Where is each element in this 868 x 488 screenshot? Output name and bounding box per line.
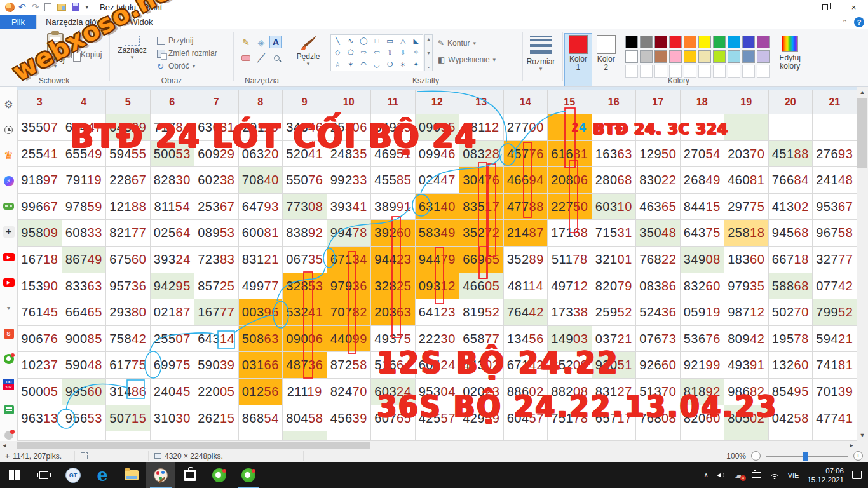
palette-swatch[interactable] — [669, 50, 682, 63]
palette-swatch[interactable] — [625, 36, 638, 48]
palette-swatch-empty[interactable] — [742, 65, 755, 78]
pencil-tool-icon[interactable]: ✎ — [239, 36, 253, 50]
zoom-in-button[interactable]: + — [853, 451, 863, 461]
palette-swatch[interactable] — [757, 36, 770, 48]
redo-icon[interactable]: ↷ — [32, 3, 39, 11]
shape-icon[interactable]: ✶ — [348, 61, 353, 68]
palette-swatch[interactable] — [654, 50, 667, 63]
fill-bucket-tool-icon[interactable]: ◈ — [254, 36, 268, 50]
shape-icon[interactable]: ╲ — [336, 37, 340, 44]
tiki-icon[interactable]: TIKI5.12 — [3, 378, 15, 390]
palette-swatch-empty[interactable] — [757, 65, 770, 78]
shape-icon[interactable]: ⇩ — [400, 49, 406, 56]
tab-file[interactable]: Plik — [0, 15, 36, 29]
shape-icon[interactable]: ⬠ — [348, 49, 354, 56]
taskbar-edge-icon[interactable]: e — [88, 462, 117, 488]
zoom-slider[interactable] — [766, 456, 848, 457]
palette-swatch[interactable] — [625, 50, 638, 63]
shape-icon[interactable]: ◠ — [361, 61, 367, 68]
zoom-out-button[interactable]: − — [751, 451, 761, 461]
palette-swatch[interactable] — [640, 36, 653, 48]
onedrive-error-icon[interactable]: ☁ — [734, 470, 743, 480]
taskbar-coccoc-icon[interactable] — [205, 462, 234, 488]
eraser-tool-icon[interactable] — [239, 51, 253, 65]
undo-icon[interactable]: ↶ — [18, 3, 26, 11]
select-button[interactable]: Zaznacz ▾ — [114, 36, 151, 60]
taskbar-start-icon[interactable] — [0, 462, 29, 488]
shape-icon[interactable]: ∿ — [348, 37, 353, 44]
magnifier-tool-icon[interactable] — [269, 51, 283, 65]
brushes-button[interactable]: Pędzle ▾ — [292, 33, 325, 66]
scroll-down-icon[interactable]: ▼ — [857, 430, 868, 441]
tray-clock[interactable]: 07:06 15.12.2021 — [807, 466, 844, 484]
palette-swatch[interactable] — [742, 36, 755, 48]
vertical-scrollbar[interactable]: ▲ ▼ — [857, 87, 868, 441]
new-file-icon[interactable] — [44, 3, 51, 11]
palette-swatch[interactable] — [713, 36, 726, 48]
palette-swatch[interactable] — [684, 50, 696, 63]
shape-icon[interactable]: ✧ — [413, 49, 419, 56]
gamepad-icon[interactable] — [3, 200, 15, 212]
rotate-button[interactable]: ↻Obróć▾ — [157, 60, 217, 72]
store-icon[interactable] — [3, 403, 15, 416]
history-clock-icon[interactable] — [3, 124, 15, 136]
taskbar-coccoc-2-icon[interactable] — [234, 462, 263, 488]
paint-app-icon[interactable] — [5, 3, 15, 12]
action-center-icon[interactable] — [852, 471, 862, 479]
scroll-right-icon[interactable]: ▸ — [847, 441, 856, 450]
shape-icon[interactable]: ◯ — [360, 37, 367, 44]
shapes-scrollbar[interactable]: ▴▾⌄ — [424, 34, 433, 71]
shape-icon[interactable]: ⇦ — [374, 49, 379, 56]
crop-button[interactable]: Przytnij — [157, 34, 217, 47]
vertical-scroll-thumb[interactable] — [857, 98, 867, 168]
palette-swatch[interactable] — [698, 50, 711, 63]
color-picker-tool-icon[interactable]: ╱ — [253, 50, 269, 66]
zoom-slider-thumb[interactable] — [803, 452, 808, 461]
palette-swatch-empty[interactable] — [698, 65, 711, 78]
shape-icon[interactable]: ⇧ — [387, 49, 393, 56]
shape-icon[interactable]: ◇ — [335, 49, 340, 56]
taskbar-task-view-icon[interactable] — [29, 462, 58, 488]
fill-button[interactable]: ◧Wypełnienie▾ — [438, 53, 496, 66]
volume-icon[interactable] — [717, 471, 726, 479]
palette-swatch[interactable] — [728, 50, 740, 63]
shapes-gallery[interactable]: ╲∿◯□▭△◣◇⬠⇨⇦⇧⇩✧☆✶◠◡❍∗✦ — [330, 34, 423, 71]
text-tool-icon[interactable]: A — [269, 36, 282, 48]
ribbon-collapse-icon[interactable]: ⌃ — [842, 18, 848, 27]
horizontal-scrollbar[interactable]: ◂ ▸ — [0, 441, 868, 450]
shape-icon[interactable]: ◣ — [413, 37, 418, 44]
shape-icon[interactable]: ∗ — [400, 61, 406, 68]
palette-swatch[interactable] — [757, 50, 770, 63]
minimize-button[interactable]: – — [782, 0, 811, 14]
palette-swatch-empty[interactable] — [640, 65, 653, 78]
qat-dropdown-icon[interactable]: ▾ — [85, 4, 88, 10]
palette-swatch-empty[interactable] — [669, 65, 682, 78]
horizontal-scroll-thumb[interactable] — [17, 442, 370, 449]
palette-swatch[interactable] — [698, 36, 711, 48]
shopee-icon[interactable]: S — [3, 327, 15, 339]
palette-swatch-empty[interactable] — [728, 65, 740, 78]
gear-icon[interactable]: ⚙ — [3, 98, 15, 111]
red-dot-icon[interactable] — [3, 429, 15, 441]
open-file-icon[interactable] — [57, 4, 66, 11]
shape-icon[interactable]: ❍ — [387, 61, 393, 68]
help-icon[interactable]: ? — [854, 17, 864, 27]
palette-swatch-empty[interactable] — [625, 65, 638, 78]
crown-icon[interactable]: ♛ — [3, 149, 15, 161]
scroll-left-icon[interactable]: ◂ — [0, 441, 9, 450]
palette-swatch[interactable] — [742, 50, 755, 63]
chevron-down-icon[interactable]: ▾ — [3, 302, 15, 314]
outline-button[interactable]: ✎Kontur▾ — [438, 37, 496, 50]
wifi-icon[interactable] — [770, 471, 780, 479]
save-icon[interactable] — [72, 3, 79, 11]
battery-icon[interactable] — [752, 472, 761, 478]
edit-colors-button[interactable]: Edytuj kolory — [775, 33, 806, 86]
coccoc-icon[interactable] — [3, 353, 15, 365]
shape-icon[interactable]: ▭ — [386, 37, 393, 44]
language-indicator[interactable]: VIE — [788, 471, 799, 479]
shape-icon[interactable]: ◡ — [374, 61, 380, 68]
palette-swatch[interactable] — [713, 50, 726, 63]
palette-swatch[interactable] — [669, 36, 682, 48]
taskbar-file-explorer-icon[interactable] — [117, 462, 146, 488]
tray-expand-icon[interactable]: ∧ — [703, 471, 708, 478]
